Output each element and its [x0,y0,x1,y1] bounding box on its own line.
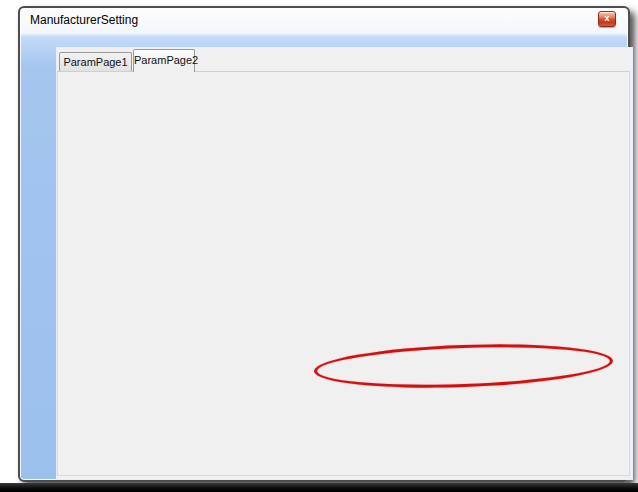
manufacturer-setting-window: ManufacturerSetting x ParamPage1 ParamPa… [18,6,630,482]
close-icon: x [604,13,609,23]
tab-param-page2[interactable]: ParamPage2 [133,49,195,72]
screen-edge [0,483,638,492]
window-title: ManufacturerSetting [30,13,138,27]
title-bar: ManufacturerSetting x [20,8,628,33]
tab-param-page1[interactable]: ParamPage1 [59,52,132,71]
close-button[interactable]: x [598,11,616,27]
tab-page [57,71,630,476]
dialog-client-area: ParamPage1 ParamPage2 Select Axis X Axis… [56,47,633,480]
